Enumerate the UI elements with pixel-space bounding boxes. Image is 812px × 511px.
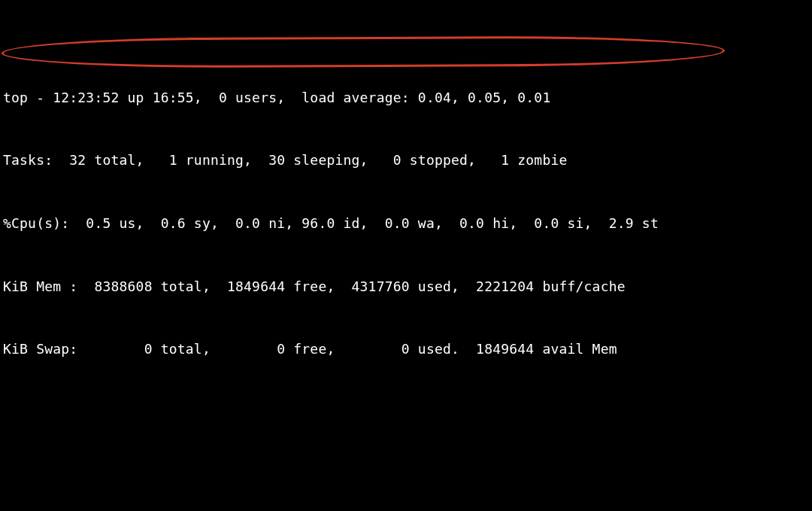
summary-mem-line: KiB Mem : 8388608 total, 1849644 free, 4…: [3, 276, 809, 297]
summary-cpu-line: %Cpu(s): 0.5 us, 0.6 sy, 0.0 ni, 96.0 id…: [3, 213, 809, 234]
summary-swap-line: KiB Swap: 0 total, 0 free, 0 used. 18496…: [3, 339, 809, 360]
terminal-window: top - 12:23:52 up 16:55, 0 users, load a…: [0, 0, 812, 511]
summary-block: top - 12:23:52 up 16:55, 0 users, load a…: [3, 45, 809, 402]
summary-tasks-line: Tasks: 32 total, 1 running, 30 sleeping,…: [3, 150, 809, 171]
summary-top-line: top - 12:23:52 up 16:55, 0 users, load a…: [3, 87, 809, 108]
